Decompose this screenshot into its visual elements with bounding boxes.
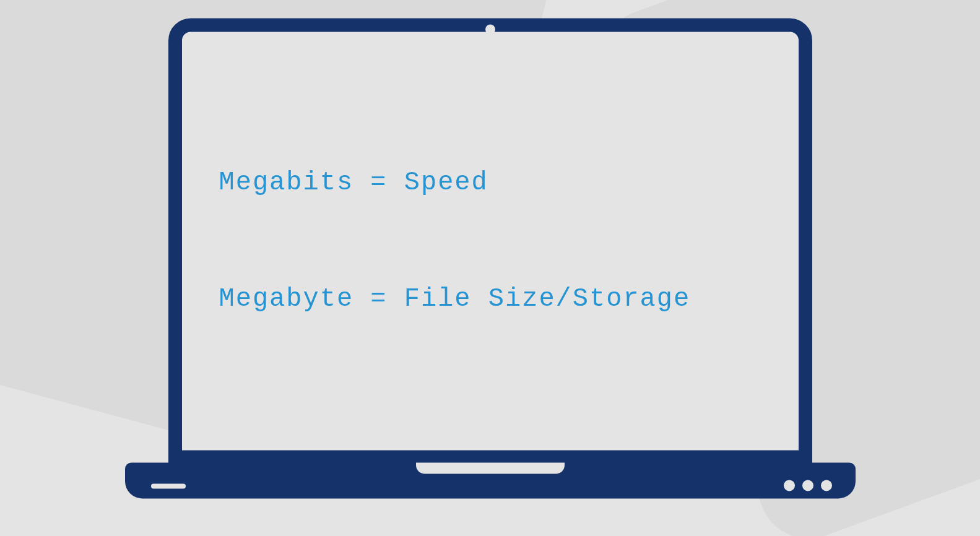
definition-line-1: Megabits = Speed: [219, 168, 799, 197]
ports-group: [784, 480, 832, 491]
definition-line-2: Megabyte = File Size/Storage: [219, 284, 799, 314]
port-icon: [151, 483, 186, 488]
laptop-notch: [416, 462, 565, 473]
screen-content: Megabits = Speed Megabyte = File Size/St…: [182, 32, 799, 450]
port-dot-icon: [802, 480, 813, 491]
laptop-illustration: Megabits = Speed Megabyte = File Size/St…: [125, 18, 856, 498]
port-dot-icon: [821, 480, 832, 491]
laptop-screen-frame: Megabits = Speed Megabyte = File Size/St…: [168, 18, 812, 464]
port-dot-icon: [784, 480, 795, 491]
laptop-base: [125, 462, 856, 498]
